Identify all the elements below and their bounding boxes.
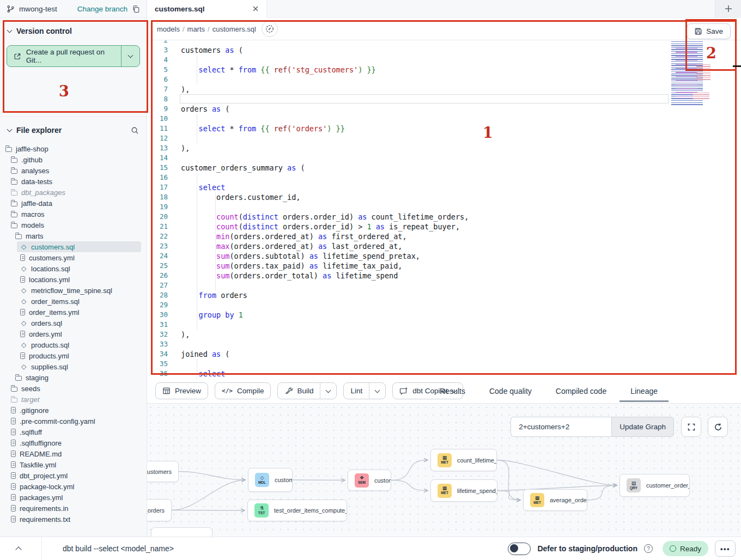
tree-item-order_items.sql[interactable]: ◇order_items.sql [17,296,141,307]
help-icon[interactable]: ? [644,544,653,553]
defer-toggle[interactable] [508,543,531,555]
save-button[interactable]: Save [687,23,731,39]
tree-item-target[interactable]: target [8,394,141,405]
expand-console-icon[interactable] [15,546,21,552]
copilot-compass-button[interactable] [262,21,278,37]
tree-item-.sqlfluff[interactable]: .sqlfluff [8,427,141,437]
tab-compiled-code[interactable]: Compiled code [556,379,606,403]
create-pr-button[interactable]: Create a pull request on Git... [7,45,140,67]
lineage-node-customers_mdl[interactable]: ◇MDLcustomers [248,468,293,492]
lineage-node-test_orders[interactable]: ⚗TSTtest_order_items_compute_to_bools… [247,500,347,521]
lineage-node-lifetime_spend_pretax[interactable]: ▦METlifetime_spend_pretax [430,479,497,502]
tree-item-.github[interactable]: .github [8,154,141,165]
code-line-16[interactable]: 16 [147,173,741,182]
code-line-22[interactable]: 22 min(orders.ordered_at) as first_order… [147,232,741,241]
tree-item-orders.yml[interactable]: orders.yml [17,328,141,339]
fullscreen-button[interactable] [681,417,701,437]
code-line-3[interactable]: 3customers as ( [147,45,741,55]
code-line-32[interactable]: 32), [147,330,741,339]
tree-item-models[interactable]: models [8,220,141,230]
tree-item-dbt_packages[interactable]: dbt_packages [8,187,141,198]
lint-button[interactable]: Lint [343,382,386,399]
tree-item-Taskfile.yml[interactable]: Taskfile.yml [8,459,141,470]
lineage-node-customer_order_metrics[interactable]: ▤QRYcustomer_order_metrics [619,474,690,497]
tree-item-.gitignore[interactable]: .gitignore [8,405,141,416]
code-line-14[interactable]: 14 [147,153,741,163]
tab-customers-sql[interactable]: customers.sql [147,0,267,18]
lineage-node-customers_sem[interactable]: ❖SEMcustomers [348,470,391,491]
tree-item-seeds[interactable]: seeds [8,383,141,394]
lineage-node-average_order_value[interactable]: ▦METaverage_order_value [523,489,587,511]
tree-item-.pre-commit-config.yaml[interactable]: .pre-commit-config.yaml [8,416,141,427]
code-line-36[interactable]: 36 select [147,369,741,379]
update-graph-button[interactable]: Update Graph [611,417,674,437]
code-line-4[interactable]: 4 [147,55,741,65]
tree-item-requirements.in[interactable]: requirements.in [8,503,141,514]
tab-code-quality[interactable]: Code quality [489,379,532,403]
code-line-10[interactable]: 10 [147,114,741,124]
tree-item-dbt_project.yml[interactable]: dbt_project.yml [8,470,141,481]
more-options-button[interactable]: ••• [715,540,736,557]
tree-item-analyses[interactable]: analyses [8,165,141,176]
code-editor[interactable]: 23customers as (45 select * from {{ ref(… [147,40,741,379]
preview-button[interactable]: Preview [155,382,208,399]
lineage-filter-input[interactable] [511,417,611,437]
tree-item-requirements.txt[interactable]: requirements.txt [8,514,141,525]
compile-button[interactable]: </> Compile [215,382,271,399]
code-line-13[interactable]: 13), [147,143,741,153]
code-line-15[interactable]: 15customer_orders_summary as ( [147,163,741,173]
tree-item-staging[interactable]: staging [12,372,141,383]
code-line-23[interactable]: 23 max(orders.ordered_at) as last_ordere… [147,241,741,251]
build-dropdown[interactable] [320,383,336,399]
code-line-29[interactable]: 29 [147,300,741,310]
code-line-17[interactable]: 17 select [147,182,741,192]
minimap[interactable] [671,40,718,108]
code-line-21[interactable]: 21 count(distinct orders.order_id) > 1 a… [147,222,741,232]
tree-item-supplies.sql[interactable]: ◇supplies.sql [17,361,141,372]
code-line-7[interactable]: 7), [147,84,741,94]
code-line-12[interactable]: 12 [147,133,741,143]
tree-item-order_items.yml[interactable]: order_items.yml [17,307,141,318]
code-line-2[interactable]: 2 [147,40,741,45]
lineage-node-stg_orders[interactable]: stg_orders [147,499,172,521]
create-pr-main[interactable]: Create a pull request on Git... [7,46,121,66]
close-tab-icon[interactable] [252,5,259,12]
tree-item-data-tests[interactable]: data-tests [8,176,141,187]
tree-item-products.sql[interactable]: ◇products.sql [17,339,141,350]
tree-item-macros[interactable]: macros [8,209,141,220]
copy-icon[interactable] [132,5,140,13]
tree-item-products.yml[interactable]: products.yml [17,350,141,361]
tree-item-.sqlfluffignore[interactable]: .sqlfluffignore [8,437,141,448]
tree-item-customers.sql[interactable]: ◇customers.sql [17,241,141,252]
code-line-35[interactable]: 35 [147,359,741,369]
tab-results[interactable]: Results [440,379,465,403]
code-line-8[interactable]: 8 [147,94,741,104]
refresh-button[interactable] [708,417,728,437]
build-button[interactable]: Build [277,382,337,399]
file-explorer-header[interactable]: File explorer [0,117,147,140]
tree-item-locations.yml[interactable]: locations.yml [17,274,141,285]
tree-item-customers.yml[interactable]: customers.yml [17,252,141,263]
lineage-node-count_lifetime_orders[interactable]: ▦METcount_lifetime_orders [430,449,497,471]
lineage-panel[interactable]: Update Graph stg_customersstg_orders◇MDL… [147,403,741,537]
code-line-5[interactable]: 5 select * from {{ ref('stg_customers') … [147,65,741,75]
code-line-25[interactable]: 25 sum(orders.tax_paid) as lifetime_tax_… [147,261,741,271]
code-line-30[interactable]: 30 group by 1 [147,310,741,320]
lint-dropdown[interactable] [369,383,385,399]
code-line-33[interactable]: 33 [147,339,741,349]
tree-item-metricflow_time_spine.sql[interactable]: ◇metricflow_time_spine.sql [17,285,141,296]
tree-item-locations.sql[interactable]: ◇locations.sql [17,263,141,274]
code-line-27[interactable]: 27 [147,281,741,290]
plus-icon[interactable] [724,4,733,14]
search-icon[interactable] [131,126,139,135]
tree-item-jaffle-data[interactable]: jaffle-data [8,198,141,209]
code-line-28[interactable]: 28 from orders [147,290,741,300]
tree-item-README.md[interactable]: README.md [8,448,141,459]
tree-item-packages.yml[interactable]: packages.yml [8,492,141,503]
tree-item-marts[interactable]: marts [12,230,141,241]
code-line-24[interactable]: 24 sum(orders.subtotal) as lifetime_spen… [147,251,741,261]
change-branch-link[interactable]: Change branch [77,5,127,13]
tree-item-orders.sql[interactable]: ◇orders.sql [17,318,141,328]
code-line-9[interactable]: 9orders as ( [147,104,741,114]
tree-item-package-lock.yml[interactable]: package-lock.yml [8,481,141,492]
